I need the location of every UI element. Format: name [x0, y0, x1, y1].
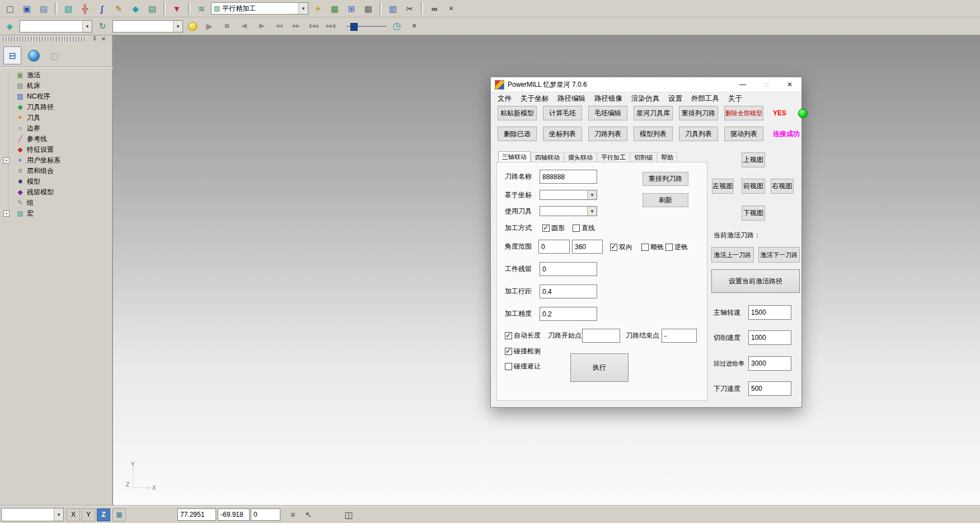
stepover-input[interactable]	[540, 284, 597, 298]
tree-item-workplanes[interactable]: +⌖用户坐标系	[0, 155, 112, 165]
levels-icon[interactable]: ▤	[145, 1, 160, 16]
panel-drag-grip[interactable]	[3, 37, 87, 41]
dropdown-arrow-icon[interactable]	[54, 508, 63, 521]
coord-z-field[interactable]	[251, 508, 280, 521]
cutting-speed-input[interactable]	[748, 330, 791, 345]
view-left-button[interactable]: 左视图	[712, 179, 734, 194]
pointer-icon[interactable]: ↖	[303, 510, 314, 519]
minimize-button[interactable]: —	[731, 77, 754, 92]
tree-item-boundaries[interactable]: ○边界	[0, 123, 112, 133]
coord-list-button[interactable]: 坐标列表	[543, 127, 582, 141]
toolpath-list-button[interactable]: 刀路列表	[588, 127, 627, 141]
chart-icon[interactable]: ▥	[386, 1, 400, 16]
coord-y-field[interactable]	[218, 508, 250, 521]
angle-end-input[interactable]	[572, 240, 603, 254]
toolpath-combobox[interactable]	[20, 20, 92, 32]
execute-button[interactable]: 执行	[570, 353, 629, 382]
fast-forward-icon[interactable]: ▶▶	[289, 19, 303, 34]
tree-item-macros[interactable]: +▤宏	[0, 208, 112, 218]
clock-icon[interactable]: ◷	[390, 19, 404, 34]
view-top-button[interactable]: 上视图	[742, 152, 765, 167]
activate-next-button[interactable]: 激活下一刀路	[758, 247, 800, 263]
tree-item-feature-sets[interactable]: ◆特征设置	[0, 144, 112, 155]
tab-parallel[interactable]: 平行加工	[597, 152, 630, 162]
slider-handle[interactable]	[350, 23, 358, 31]
dialog-titlebar[interactable]: PowerMILL 忆梦星河 7.0.6 — □ ✕	[491, 77, 801, 92]
dropdown-arrow-icon[interactable]	[298, 3, 308, 14]
maximize-button[interactable]: □	[754, 77, 778, 92]
play-icon[interactable]: ▶	[202, 19, 217, 34]
pause-icon[interactable]: ▮▮	[219, 19, 234, 34]
tree-item-patterns[interactable]: ╱参考线	[0, 134, 112, 144]
menu-about-coords[interactable]: 关于坐标	[516, 94, 553, 104]
waterline-icon[interactable]: ≋	[194, 1, 209, 16]
menu-path-edit[interactable]: 路径编辑	[553, 94, 590, 104]
tool-combobox[interactable]	[112, 20, 183, 32]
statusbar-combobox[interactable]	[1, 508, 64, 521]
grid2-icon[interactable]: ⊞	[344, 1, 359, 16]
scissors-icon[interactable]: ✂	[402, 1, 417, 16]
rearrange-toolpaths-button[interactable]: 重排列刀路	[679, 106, 718, 120]
close-button[interactable]: ✕	[778, 77, 801, 92]
dropdown-arrow-icon[interactable]	[587, 207, 597, 216]
tab-saw[interactable]: 切割锯	[630, 152, 657, 162]
axis-x-button[interactable]: X	[67, 508, 80, 521]
waterline-small-icon[interactable]: ◈	[2, 19, 17, 34]
rearrange-button[interactable]: 重排列刀路	[643, 172, 688, 186]
menu-path-mirror[interactable]: 路径镜像	[590, 94, 627, 104]
globe-icon[interactable]	[25, 46, 43, 64]
view-right-button[interactable]: 右视图	[771, 179, 794, 194]
refresh-anim-icon[interactable]: ↻	[95, 19, 110, 34]
dropdown-arrow-icon[interactable]	[587, 190, 597, 199]
end-point-input[interactable]	[662, 329, 697, 343]
go-start-icon[interactable]: ▮◀◀	[306, 19, 321, 34]
collision-avoid-checkbox[interactable]	[505, 363, 512, 370]
expand-icon[interactable]: +	[3, 157, 10, 164]
transform-icon[interactable]: ╬	[78, 1, 92, 16]
model-list-button[interactable]: 模型列表	[634, 127, 673, 141]
conventional-checkbox[interactable]	[665, 244, 673, 251]
menu-settings[interactable]: 设置	[664, 94, 687, 104]
tree-item-stock-models[interactable]: ◆残留模型	[0, 187, 112, 197]
block-icon[interactable]: ▧	[61, 1, 76, 16]
save-icon[interactable]: ▣	[20, 1, 34, 16]
line-checkbox[interactable]	[573, 225, 580, 232]
grid-snap-icon[interactable]: ▦	[112, 508, 126, 521]
expand-icon[interactable]: +	[3, 211, 10, 217]
refresh-button[interactable]: 刷新	[643, 193, 688, 207]
menu-about[interactable]: 关于	[724, 94, 747, 104]
stock-input[interactable]	[540, 262, 597, 276]
paste-new-model-button[interactable]: 粘贴新模型	[498, 106, 537, 120]
panel-close-icon[interactable]: ✕	[100, 35, 107, 43]
template-icon[interactable]: ▢	[46, 46, 64, 64]
view-bottom-button[interactable]: 下视图	[742, 206, 765, 221]
tab-help[interactable]: 帮助	[657, 152, 677, 162]
tree-item-models[interactable]: ■模型	[0, 176, 112, 186]
circle-checkbox[interactable]	[542, 225, 550, 232]
tool-list-button[interactable]: 刀具列表	[679, 127, 718, 141]
pen-icon[interactable]: ✎	[111, 1, 126, 16]
angle-start-input[interactable]	[538, 240, 570, 254]
tab-tilt-head[interactable]: 摆头联动	[564, 152, 597, 162]
coord-x-field[interactable]	[177, 508, 216, 521]
axis-y-button[interactable]: Y	[82, 508, 95, 521]
tree-item-toolpaths[interactable]: ◆刀具路径	[0, 102, 112, 112]
menu-icon[interactable]: ≡	[287, 510, 298, 519]
spindle-speed-input[interactable]	[748, 305, 791, 320]
rapid-feed-input[interactable]	[748, 356, 791, 371]
tool-library-button[interactable]: 星河刀具库	[634, 106, 673, 120]
tree-item-levels-sets[interactable]: ≡层和组合	[0, 166, 112, 176]
axis-z-button[interactable]: Z	[97, 508, 110, 521]
dropdown-arrow-icon[interactable]	[173, 21, 182, 32]
toolbar-close-icon[interactable]: ✕	[407, 19, 421, 34]
toolbar-close-icon[interactable]: ✕	[444, 1, 458, 16]
strategy-combobox[interactable]: ▤ 平行精加工	[211, 2, 308, 15]
menu-external-tools[interactable]: 外部工具	[687, 94, 724, 104]
pour-icon[interactable]: ▼	[170, 1, 184, 16]
tolerance-input[interactable]	[540, 307, 597, 321]
calculator-icon[interactable]: ▦	[361, 1, 376, 16]
tree-item-groups[interactable]: ✎组	[0, 198, 112, 208]
plunge-speed-input[interactable]	[748, 381, 791, 396]
rewind-icon[interactable]: ◀◀	[271, 19, 286, 34]
start-point-input[interactable]	[582, 329, 620, 343]
